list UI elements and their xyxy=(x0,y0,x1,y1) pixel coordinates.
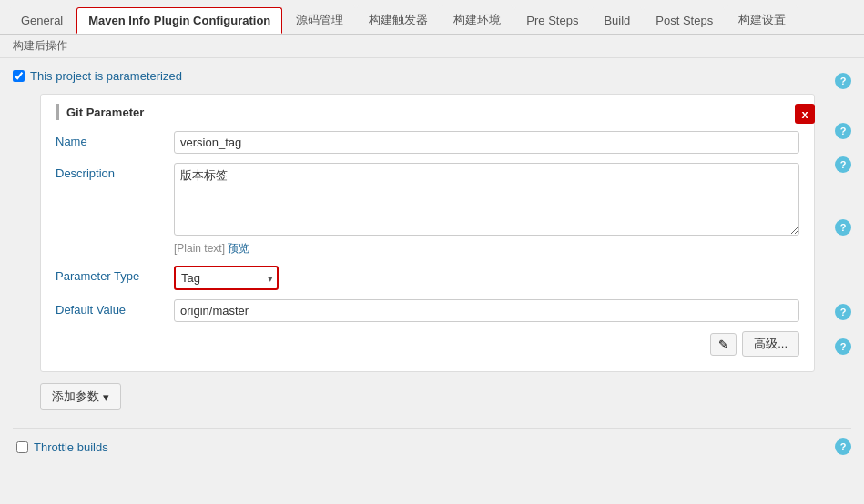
add-param-button[interactable]: 添加参数 ▾ xyxy=(40,383,121,410)
default-value-field-wrapper xyxy=(174,299,799,322)
tab-build-env[interactable]: 构建环境 xyxy=(442,5,513,34)
tab-post-steps[interactable]: Post Steps xyxy=(644,7,725,33)
parameterized-row: This project is parameterized xyxy=(13,69,824,83)
tab-build[interactable]: Build xyxy=(592,7,642,33)
plain-text-label: [Plain text] xyxy=(174,242,225,255)
edit-button[interactable]: ✎ xyxy=(710,333,737,356)
sub-tab-bar: 构建后操作 xyxy=(0,35,864,58)
vertical-bar-icon xyxy=(56,104,59,120)
default-value-row: Default Value xyxy=(56,299,799,322)
description-textarea[interactable]: 版本标签 xyxy=(174,163,799,236)
parameterized-main: This project is parameterized Git Parame… xyxy=(13,69,824,410)
param-type-select-wrapper: Tag Branch Revision Branch or Tag ▾ xyxy=(174,266,279,290)
git-parameter-box: Git Parameter x Name Description 版本标签 xyxy=(40,94,815,372)
parameterized-section: This project is parameterized Git Parame… xyxy=(13,69,851,410)
name-help-icon[interactable]: ? xyxy=(835,156,851,173)
tab-build-trigger[interactable]: 构建触发器 xyxy=(357,5,440,34)
tab-maven-info[interactable]: Maven Info Plugin Configuration xyxy=(76,7,282,34)
param-type-row: Parameter Type Tag Branch Revision Branc… xyxy=(56,266,799,290)
git-param-header: Git Parameter x xyxy=(56,104,799,120)
preview-link[interactable]: 预览 xyxy=(228,242,249,255)
git-param-title-bar: Git Parameter xyxy=(56,104,799,120)
tab-bar: General Maven Info Plugin Configuration … xyxy=(0,0,864,35)
content-area: This project is parameterized Git Parame… xyxy=(0,58,864,466)
default-value-help-icon[interactable]: ? xyxy=(835,338,851,355)
name-label: Name xyxy=(56,131,174,148)
add-param-label: 添加参数 xyxy=(52,388,99,405)
description-label: Description xyxy=(56,163,174,180)
default-value-input[interactable] xyxy=(174,299,799,322)
description-help-icon[interactable]: ? xyxy=(835,219,851,236)
action-buttons: ✎ 高级... xyxy=(56,331,799,357)
tab-general[interactable]: General xyxy=(9,7,75,33)
tab-build-settings[interactable]: 构建设置 xyxy=(727,5,798,34)
right-help-col: ? ? ? ? ? ? xyxy=(824,69,851,360)
throttle-row: Throttle builds ? xyxy=(13,428,851,455)
add-param-dropdown-icon: ▾ xyxy=(103,390,109,404)
tab-pre-steps[interactable]: Pre Steps xyxy=(514,7,590,33)
close-button[interactable]: x xyxy=(795,104,815,124)
name-input[interactable] xyxy=(174,131,799,154)
parameterized-label: This project is parameterized xyxy=(30,69,182,83)
plain-text-row: [Plain text] 预览 xyxy=(174,241,799,257)
advanced-button[interactable]: 高级... xyxy=(742,331,799,357)
sub-tab-post-build[interactable]: 构建后操作 xyxy=(9,37,71,54)
add-param-row: 添加参数 ▾ xyxy=(40,383,824,410)
throttle-checkbox[interactable] xyxy=(16,441,28,453)
throttle-help-icon[interactable]: ? xyxy=(835,438,851,455)
default-value-label: Default Value xyxy=(56,299,174,317)
param-type-select[interactable]: Tag Branch Revision Branch or Tag xyxy=(174,266,279,290)
name-field-wrapper xyxy=(174,131,799,154)
parameterized-checkbox[interactable] xyxy=(13,70,25,82)
description-field-wrapper: 版本标签 [Plain text] 预览 xyxy=(174,163,799,257)
git-param-title-help-icon[interactable]: ? xyxy=(835,123,851,139)
name-row: Name xyxy=(56,131,799,154)
param-type-label: Parameter Type xyxy=(56,266,174,283)
param-type-help-icon[interactable]: ? xyxy=(835,304,851,320)
param-type-field-wrapper: Tag Branch Revision Branch or Tag ▾ xyxy=(174,266,799,290)
parameterized-help-icon[interactable]: ? xyxy=(835,73,851,89)
throttle-label: Throttle builds xyxy=(34,440,108,454)
description-row: Description 版本标签 [Plain text] 预览 xyxy=(56,163,799,257)
tab-source-mgmt[interactable]: 源码管理 xyxy=(284,5,355,34)
git-param-title: Git Parameter xyxy=(66,106,144,119)
